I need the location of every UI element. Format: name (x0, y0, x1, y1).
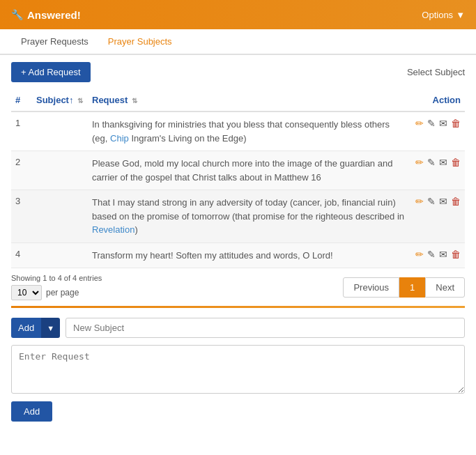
delete-icon[interactable]: 🗑 (451, 196, 461, 207)
row-num: 1 (11, 111, 32, 151)
edit-icon[interactable]: ✏ (415, 157, 424, 168)
app-title: 🔧 Answered! (11, 9, 81, 21)
row-num: 2 (11, 151, 32, 190)
delete-icon[interactable]: 🗑 (451, 157, 461, 168)
requests-table: # Subject↑ ⇅ Request ⇅ Action (11, 89, 465, 268)
col-header-subject[interactable]: Subject↑ ⇅ (32, 89, 88, 111)
row-subject (32, 190, 88, 243)
app-title-text: Answered! (27, 9, 81, 21)
tab-prayer-subjects[interactable]: Prayer Subjects (98, 29, 182, 55)
col-header-action: Action (411, 89, 465, 111)
wrench-icon: 🔧 (11, 9, 23, 20)
per-page-select[interactable]: 10 25 50 (11, 285, 42, 300)
tab-prayer-requests[interactable]: Prayer Requests (11, 29, 98, 55)
row-request: Transform my heart! Soften my attitudes … (88, 242, 411, 268)
chevron-down-icon: ▼ (47, 324, 54, 332)
app-header: 🔧 Answered! Options ▼ (0, 0, 476, 29)
add-dropdown-button[interactable]: Add (11, 318, 41, 338)
sort-icon: ⇅ (77, 97, 83, 105)
row-actions: ✏ ✎ ✉ 🗑 (411, 111, 465, 151)
tab-bar: Prayer Requests Prayer Subjects (0, 29, 476, 55)
options-dropdown-icon: ▼ (456, 10, 465, 20)
subject-row: Add ▼ (11, 318, 465, 338)
row-request: That I may stand strong in any adversity… (88, 190, 411, 243)
sort-icon-request: ⇅ (132, 97, 137, 105)
row-subject (32, 242, 88, 268)
col-header-num: # (11, 89, 32, 111)
row-request: Please God, mold my local church more in… (88, 151, 411, 190)
add-dropdown: Add ▼ (11, 318, 60, 338)
row-actions: ✏ ✎ ✉ 🗑 (411, 151, 465, 190)
requests-table-container: # Subject↑ ⇅ Request ⇅ Action (0, 89, 476, 268)
edit-icon[interactable]: ✏ (415, 118, 424, 129)
email-icon[interactable]: ✉ (439, 157, 447, 168)
table-footer: Showing 1 to 4 of 4 entries 10 25 50 per… (0, 268, 476, 306)
delete-icon[interactable]: 🗑 (451, 118, 461, 129)
add-submit-button[interactable]: Add (11, 401, 52, 422)
options-menu[interactable]: Options ▼ (422, 10, 465, 20)
add-dropdown-arrow[interactable]: ▼ (41, 318, 60, 338)
row-request: In thanksgiving for ministries that you … (88, 111, 411, 151)
pencil-icon[interactable]: ✎ (427, 196, 436, 207)
page-1-button[interactable]: 1 (399, 277, 425, 298)
add-request-button[interactable]: + Add Request (11, 62, 91, 82)
pencil-icon[interactable]: ✎ (427, 249, 436, 260)
request-link[interactable]: Chip (110, 133, 129, 144)
row-subject (32, 111, 88, 151)
table-row: 2 Please God, mold my local church more … (11, 151, 465, 190)
edit-icon[interactable]: ✏ (415, 249, 424, 260)
table-row: 4 Transform my heart! Soften my attitude… (11, 242, 465, 268)
row-subject (32, 151, 88, 190)
enter-request-textarea[interactable] (11, 345, 465, 394)
pagination: Previous 1 Next (343, 277, 465, 298)
new-subject-input[interactable] (66, 318, 465, 338)
row-actions: ✏ ✎ ✉ 🗑 (411, 242, 465, 268)
previous-button[interactable]: Previous (343, 277, 399, 298)
col-header-request: Request ⇅ (88, 89, 411, 111)
edit-icon[interactable]: ✏ (415, 196, 424, 207)
next-button[interactable]: Next (425, 277, 465, 298)
request-link[interactable]: Revelation (92, 224, 135, 235)
row-num: 3 (11, 190, 32, 243)
pencil-icon[interactable]: ✎ (427, 157, 436, 168)
email-icon[interactable]: ✉ (439, 118, 447, 129)
options-label: Options (422, 10, 453, 20)
pencil-icon[interactable]: ✎ (427, 118, 436, 129)
select-subject-label: Select Subject (407, 67, 465, 77)
email-icon[interactable]: ✉ (439, 249, 447, 260)
row-actions: ✏ ✎ ✉ 🗑 (411, 190, 465, 243)
add-request-form: Add ▼ Add (0, 308, 476, 431)
table-row: 3 That I may stand strong in any adversi… (11, 190, 465, 243)
email-icon[interactable]: ✉ (439, 196, 447, 207)
delete-icon[interactable]: 🗑 (451, 249, 461, 260)
toolbar: + Add Request Select Subject (0, 55, 476, 89)
per-page-label: per page (46, 288, 79, 298)
row-num: 4 (11, 242, 32, 268)
showing-info: Showing 1 to 4 of 4 entries (11, 274, 102, 282)
table-row: 1 In thanksgiving for ministries that yo… (11, 111, 465, 151)
